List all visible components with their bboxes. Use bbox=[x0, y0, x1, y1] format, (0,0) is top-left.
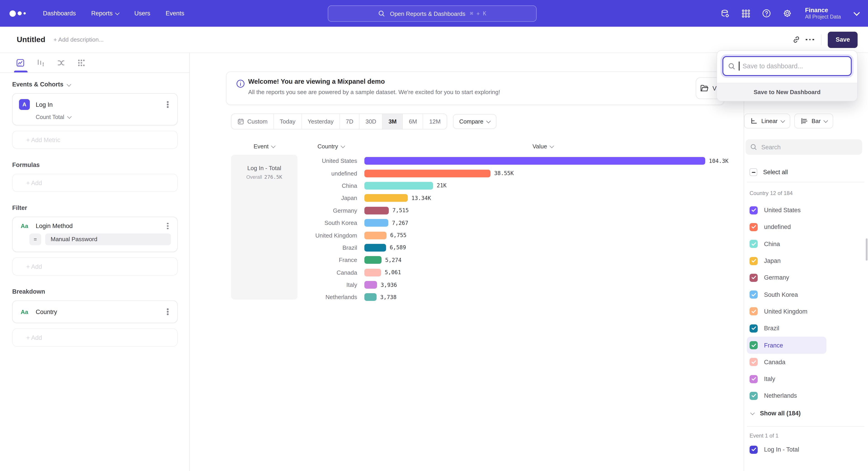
bar-label: Netherlands bbox=[298, 294, 364, 301]
checkbox-checked[interactable] bbox=[749, 223, 758, 231]
bar-segment[interactable] bbox=[364, 170, 491, 177]
aggregation-selector[interactable]: Count Total bbox=[36, 114, 171, 120]
bar-label: undefined bbox=[298, 170, 364, 177]
checkbox-checked[interactable] bbox=[749, 206, 758, 214]
bar-segment[interactable] bbox=[364, 194, 408, 202]
tab-insights-icon[interactable] bbox=[16, 58, 25, 68]
global-search-button[interactable]: Open Reports & Dashboards ⌘ + K bbox=[328, 5, 537, 22]
add-filter-button[interactable]: + Add bbox=[12, 258, 178, 275]
bar-segment[interactable] bbox=[364, 244, 386, 252]
date-range-yesterday[interactable]: Yesterday bbox=[302, 114, 340, 129]
filter-kebab-menu[interactable] bbox=[164, 225, 171, 227]
breakdown-card: Aa Country bbox=[12, 300, 178, 323]
segment-search-input[interactable]: Search bbox=[745, 139, 862, 155]
country-filter-brazil[interactable]: Brazil bbox=[749, 320, 862, 337]
country-filter-united-kingdom[interactable]: United Kingdom bbox=[749, 303, 862, 320]
x-axis-scale-button[interactable]: Linear bbox=[744, 114, 790, 128]
report-title[interactable]: Untitled bbox=[17, 35, 45, 44]
checkbox-checked[interactable] bbox=[749, 392, 758, 400]
add-breakdown-button[interactable]: + Add bbox=[12, 328, 178, 347]
more-options-button[interactable] bbox=[803, 33, 817, 47]
show-all-button[interactable]: Show all (184) bbox=[749, 408, 862, 419]
bar-segment[interactable] bbox=[364, 182, 433, 189]
country-filter-germany[interactable]: Germany bbox=[749, 269, 862, 286]
bar-segment[interactable] bbox=[364, 281, 377, 289]
date-range-6m[interactable]: 6M bbox=[403, 114, 423, 129]
bar-segment[interactable] bbox=[364, 268, 381, 276]
country-filter-japan[interactable]: Japan bbox=[749, 253, 862, 269]
country-filter-south-korea[interactable]: South Korea bbox=[749, 286, 862, 303]
nav-item-users[interactable]: Users bbox=[134, 10, 150, 17]
event-group-label: Event 1 of 1 bbox=[749, 432, 862, 439]
page-scrollbar-thumb[interactable] bbox=[866, 238, 868, 261]
checkbox-checked[interactable] bbox=[749, 358, 758, 366]
tab-flows-icon[interactable] bbox=[56, 58, 66, 68]
select-all-checkbox-indeterminate[interactable] bbox=[749, 168, 757, 176]
add-metric-button[interactable]: + Add Metric bbox=[12, 131, 178, 149]
help-icon[interactable] bbox=[762, 8, 772, 18]
checkbox-checked[interactable] bbox=[749, 324, 758, 332]
date-range-30d[interactable]: 30D bbox=[360, 114, 383, 129]
event-checkbox-checked[interactable] bbox=[749, 445, 758, 453]
save-to-new-dashboard-button[interactable]: Save to New Dashboard bbox=[717, 83, 857, 101]
country-filter-china[interactable]: China bbox=[749, 235, 862, 253]
nav-item-events[interactable]: Events bbox=[166, 10, 184, 17]
bar-segment[interactable] bbox=[364, 256, 381, 264]
tab-retention-icon[interactable] bbox=[76, 58, 86, 68]
country-filter-united-states[interactable]: United States bbox=[749, 202, 862, 219]
filter-operator[interactable]: = bbox=[29, 233, 41, 245]
save-dashboard-search-input[interactable]: Save to dashboard... bbox=[722, 56, 852, 76]
events-cohorts-header[interactable]: Events & Cohorts bbox=[12, 81, 178, 88]
data-management-icon[interactable] bbox=[720, 8, 730, 18]
bar-segment[interactable] bbox=[364, 219, 388, 227]
country-filter-italy[interactable]: Italy bbox=[749, 371, 862, 387]
country-filter-undefined[interactable]: undefined bbox=[749, 219, 862, 236]
settings-gear-icon[interactable] bbox=[782, 8, 792, 18]
metric-letter-badge: A bbox=[19, 99, 30, 110]
breakdown-kebab-menu[interactable] bbox=[164, 311, 171, 313]
date-range-7d[interactable]: 7D bbox=[340, 114, 360, 129]
column-header-country[interactable]: Country bbox=[298, 143, 364, 150]
chart-type-button[interactable]: Bar bbox=[794, 114, 833, 128]
save-button[interactable]: Save bbox=[828, 31, 858, 48]
compare-button[interactable]: Compare bbox=[453, 114, 497, 129]
date-range-today[interactable]: Today bbox=[274, 114, 302, 129]
checkbox-checked[interactable] bbox=[749, 375, 758, 383]
date-range-12m[interactable]: 12M bbox=[423, 114, 447, 129]
nav-item-dashboards[interactable]: Dashboards bbox=[43, 10, 76, 17]
add-description-button[interactable]: + Add description... bbox=[54, 36, 104, 43]
copy-link-icon[interactable] bbox=[789, 33, 803, 47]
checkbox-checked[interactable] bbox=[749, 307, 758, 316]
filter-property-name[interactable]: Login Method bbox=[36, 223, 164, 229]
event-filter-row[interactable]: Log In - Total bbox=[749, 444, 862, 455]
nav-item-reports[interactable]: Reports bbox=[91, 10, 119, 17]
checkbox-checked[interactable] bbox=[749, 240, 758, 248]
apps-grid-icon[interactable] bbox=[741, 8, 751, 18]
checkbox-checked[interactable] bbox=[749, 341, 758, 349]
bar-segment[interactable] bbox=[364, 293, 377, 301]
country-filter-canada[interactable]: Canada bbox=[749, 354, 862, 371]
metric-event-name[interactable]: Log In bbox=[36, 101, 164, 108]
country-filter-netherlands[interactable]: Netherlands bbox=[749, 387, 862, 405]
bar-segment[interactable] bbox=[364, 207, 389, 214]
country-filter-france[interactable]: France bbox=[747, 337, 827, 354]
add-formula-button[interactable]: + Add bbox=[12, 174, 178, 192]
checkbox-checked[interactable] bbox=[749, 257, 758, 265]
breakdown-property-name[interactable]: Country bbox=[36, 308, 164, 315]
column-header-event[interactable]: Event bbox=[231, 143, 298, 150]
bar-segment[interactable] bbox=[364, 231, 386, 239]
tab-funnels-icon[interactable] bbox=[36, 58, 46, 68]
select-all-row[interactable]: Select all bbox=[749, 168, 862, 176]
project-switcher[interactable]: Finance All Project Data bbox=[805, 7, 841, 20]
bar-segment[interactable] bbox=[364, 157, 705, 165]
date-range-custom[interactable]: Custom bbox=[231, 114, 274, 129]
mixpanel-logo-icon[interactable] bbox=[9, 10, 26, 17]
chevron-down-icon[interactable] bbox=[854, 9, 860, 16]
date-range-3m[interactable]: 3M bbox=[383, 114, 403, 129]
event-series-cell[interactable]: Log In - Total Overall276.5K bbox=[231, 155, 298, 299]
checkbox-checked[interactable] bbox=[749, 274, 758, 282]
filter-value[interactable]: Manual Password bbox=[45, 233, 171, 245]
column-header-value[interactable]: Value bbox=[364, 143, 721, 150]
metric-kebab-menu[interactable] bbox=[164, 104, 171, 106]
checkbox-checked[interactable] bbox=[749, 291, 758, 299]
